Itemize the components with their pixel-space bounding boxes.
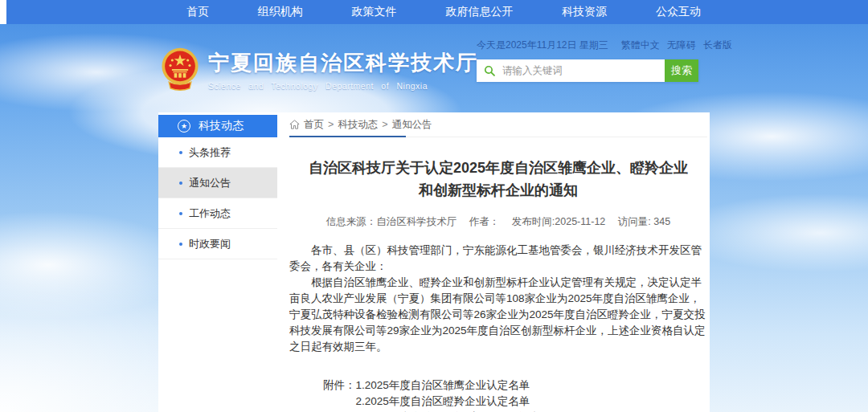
site-title: 宁夏回族自治区科学技术厅 xyxy=(208,49,478,77)
article-paragraph: 各市、县（区）科技管理部门，宁东能源化工基地管委会，银川经济技术开发区管委会，各… xyxy=(289,243,707,275)
top-navigation: 首页 组织机构 政策文件 政府信息公开 科技资源 公众互动 xyxy=(6,0,868,24)
header-top-links: 今天是2025年11月12日 星期三 繁體中文 无障碍 长者版 xyxy=(477,39,702,52)
search-input-wrap xyxy=(477,59,665,82)
site-header: 宁夏回族自治区科学技术厅 Science and Technology Depa… xyxy=(158,35,710,109)
meta-source: 信息来源：自治区科学技术厅 xyxy=(326,216,457,227)
page: 首页 组织机构 政策文件 政府信息公开 科技资源 公众互动 xyxy=(0,0,868,412)
logo-row: 宁夏回族自治区科学技术厅 Science and Technology Depa… xyxy=(162,47,478,93)
bullet-dot-icon xyxy=(179,182,182,185)
search-icon xyxy=(484,65,495,76)
sidebar-item-work-trends[interactable]: 工作动态 xyxy=(158,198,277,229)
article-title: 自治区科技厅关于认定2025年度自治区雏鹰企业、瞪羚企业 和创新型标杆企业的通知 xyxy=(289,157,707,202)
nav-item-gov-info[interactable]: 政府信息公开 xyxy=(445,5,513,19)
meta-visits: 访问量: 345 xyxy=(618,216,670,227)
top-navigation-items: 首页 组织机构 政策文件 政府信息公开 科技资源 公众互动 xyxy=(186,5,701,19)
attachments-list: 1.2025年度自治区雏鹰企业认定名单 2.2025年度自治区瞪羚企业认定名单 … xyxy=(356,377,563,412)
article-body: 各市、县（区）科技管理部门，宁东能源化工基地管委会，银川经济技术开发区管委会，各… xyxy=(289,243,707,355)
breadcrumb-active-underline xyxy=(289,136,406,137)
attachment-item[interactable]: 2.2025年度自治区瞪羚企业认定名单 xyxy=(356,394,563,410)
link-traditional-chinese[interactable]: 繁體中文 xyxy=(621,39,660,52)
site-subtitle-en: Science and Technology Department of Nin… xyxy=(208,81,478,91)
link-accessibility[interactable]: 无障碍 xyxy=(667,39,696,52)
breadcrumb-home[interactable]: 首页 xyxy=(304,118,324,132)
home-icon xyxy=(289,120,300,129)
article-title-line2: 和创新型标杆企业的通知 xyxy=(289,179,707,202)
link-elder-version[interactable]: 长者版 xyxy=(703,39,732,52)
attachments-label: 附件： xyxy=(323,377,356,412)
attachments-block: 附件： 1.2025年度自治区雏鹰企业认定名单 2.2025年度自治区瞪羚企业认… xyxy=(289,377,707,412)
sidebar-item-label: 通知公告 xyxy=(189,176,231,190)
sidebar-item-label: 时政要闻 xyxy=(189,237,231,251)
breadcrumb-section[interactable]: 科技动态 xyxy=(338,118,378,132)
nav-item-policy[interactable]: 政策文件 xyxy=(352,5,397,19)
breadcrumb-separator: > xyxy=(382,119,387,130)
main-column: 首页 > 科技动态 > 通知公告 自治区科技厅关于认定2025年度自治区雏鹰企业… xyxy=(289,112,707,412)
sidebar-list: 头条推荐 通知公告 工作动态 时政要闻 xyxy=(158,137,277,259)
bullet-dot-icon xyxy=(179,151,182,154)
sidebar-title: 科技动态 xyxy=(199,119,244,133)
meta-publish-time: 发布时间:2025-11-12 xyxy=(512,216,606,227)
search-input[interactable] xyxy=(477,59,665,82)
attachment-item[interactable]: 1.2025年度自治区雏鹰企业认定名单 xyxy=(356,377,563,394)
header-right: 今天是2025年11月12日 星期三 繁體中文 无障碍 长者版 搜索 xyxy=(477,39,702,82)
sidebar-item-notices[interactable]: 通知公告 xyxy=(158,168,277,198)
bullet-dot-icon xyxy=(179,243,182,246)
national-emblem-logo xyxy=(162,47,199,93)
article-paragraph: 根据自治区雏鹰企业、瞪羚企业和创新型标杆企业认定管理有关规定，决定认定半亩良人农… xyxy=(289,275,707,355)
content-wrapper: ★ 科技动态 头条推荐 通知公告 工作动态 时政要闻 xyxy=(158,112,710,412)
article-title-line1: 自治区科技厅关于认定2025年度自治区雏鹰企业、瞪羚企业 xyxy=(289,157,707,179)
sidebar-item-label: 工作动态 xyxy=(189,206,231,221)
search-bar: 搜索 xyxy=(477,59,698,82)
sidebar-item-label: 头条推荐 xyxy=(189,145,231,160)
current-date: 今天是2025年11月12日 星期三 xyxy=(477,39,608,52)
sidebar-header: ★ 科技动态 xyxy=(158,115,277,137)
breadcrumb-separator: > xyxy=(328,119,334,130)
sidebar: ★ 科技动态 头条推荐 通知公告 工作动态 时政要闻 xyxy=(158,115,277,259)
nav-item-organization[interactable]: 组织机构 xyxy=(258,5,303,19)
sidebar-item-headline[interactable]: 头条推荐 xyxy=(158,137,277,168)
star-circle-icon: ★ xyxy=(178,120,190,133)
article-meta: 信息来源：自治区科学技术厅 作者： 发布时间:2025-11-12 访问量: 3… xyxy=(289,215,707,229)
site-titles: 宁夏回族自治区科学技术厅 Science and Technology Depa… xyxy=(208,49,478,91)
nav-item-interaction[interactable]: 公众互动 xyxy=(656,5,701,19)
bullet-dot-icon xyxy=(179,212,182,215)
nav-item-home[interactable]: 首页 xyxy=(186,5,209,19)
search-button[interactable]: 搜索 xyxy=(665,59,698,82)
breadcrumb: 首页 > 科技动态 > 通知公告 xyxy=(289,112,707,137)
sidebar-item-current-affairs[interactable]: 时政要闻 xyxy=(158,229,277,259)
nav-item-resources[interactable]: 科技资源 xyxy=(562,5,607,19)
breadcrumb-current[interactable]: 通知公告 xyxy=(392,118,432,132)
meta-author: 作者： xyxy=(469,216,500,227)
